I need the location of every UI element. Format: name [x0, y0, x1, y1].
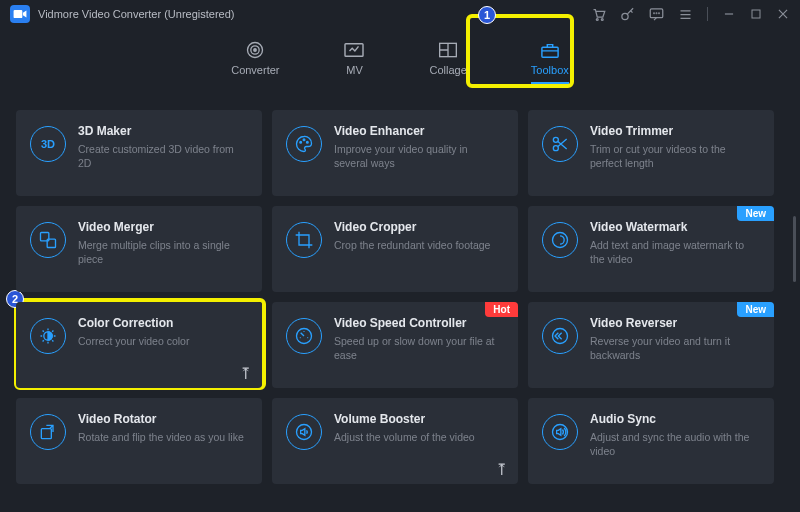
card-video-watermark[interactable]: New Video WatermarkAdd text and image wa…	[528, 206, 774, 292]
card-title: Video Rotator	[78, 412, 244, 426]
tab-mv[interactable]: MV	[335, 36, 373, 88]
menu-icon[interactable]	[678, 7, 693, 22]
card-title: Video Enhancer	[334, 124, 504, 138]
card-video-reverser[interactable]: New Video ReverserReverse your video and…	[528, 302, 774, 388]
new-badge: New	[737, 302, 774, 317]
titlebar: Vidmore Video Converter (Unregistered)	[0, 0, 800, 28]
svg-point-15	[300, 142, 302, 144]
audio-sync-icon	[542, 414, 578, 450]
brightness-icon	[30, 318, 66, 354]
tab-label: Collage	[429, 64, 466, 76]
card-desc: Add text and image watermark to the vide…	[590, 238, 760, 266]
card-title: Video Watermark	[590, 220, 760, 234]
card-video-merger[interactable]: Video MergerMerge multiple clips into a …	[16, 206, 262, 292]
card-video-rotator[interactable]: Video RotatorRotate and flip the video a…	[16, 398, 262, 484]
gauge-icon	[286, 318, 322, 354]
svg-point-19	[553, 146, 558, 151]
scrollbar[interactable]	[793, 216, 796, 282]
card-title: 3D Maker	[78, 124, 248, 138]
card-desc: Merge multiple clips into a single piece	[78, 238, 248, 266]
key-icon[interactable]	[620, 7, 635, 22]
card-title: Volume Booster	[334, 412, 475, 426]
converter-icon	[244, 40, 266, 60]
card-title: Video Trimmer	[590, 124, 760, 138]
tab-label: Toolbox	[531, 64, 569, 76]
collapse-icon: ⤒	[239, 366, 252, 382]
app-logo	[10, 5, 30, 23]
card-desc: Reverse your video and turn it backwards	[590, 334, 760, 362]
svg-point-17	[307, 142, 309, 144]
svg-point-22	[553, 233, 568, 248]
card-3d-maker[interactable]: 3D 3D MakerCreate customized 3D video fr…	[16, 110, 262, 196]
svg-point-2	[601, 18, 603, 20]
toolbox-grid: 3D 3D MakerCreate customized 3D video fr…	[0, 104, 800, 484]
svg-point-3	[622, 13, 628, 19]
card-desc: Trim or cut your videos to the perfect l…	[590, 142, 760, 170]
minimize-button[interactable]	[722, 7, 736, 21]
card-title: Color Correction	[78, 316, 189, 330]
cart-icon[interactable]	[591, 7, 606, 22]
card-volume-booster[interactable]: Volume BoosterAdjust the volume of the v…	[272, 398, 518, 484]
tab-toolbox[interactable]: Toolbox	[523, 36, 577, 88]
svg-point-7	[659, 12, 660, 13]
card-desc: Correct your video color	[78, 334, 189, 348]
card-title: Video Cropper	[334, 220, 490, 234]
main-tabs: Converter MV Collage Toolbox	[0, 28, 800, 104]
tab-collage[interactable]: Collage	[421, 36, 474, 88]
card-desc: Improve your video quality in several wa…	[334, 142, 504, 170]
toolbox-icon	[539, 40, 561, 60]
card-video-enhancer[interactable]: Video EnhancerImprove your video quality…	[272, 110, 518, 196]
svg-point-27	[297, 425, 312, 440]
tab-label: Converter	[231, 64, 279, 76]
card-desc: Rotate and flip the video as you like	[78, 430, 244, 444]
card-video-cropper[interactable]: Video CropperCrop the redundant video fo…	[272, 206, 518, 292]
card-title: Video Speed Controller	[334, 316, 504, 330]
card-desc: Speed up or slow down your file at ease	[334, 334, 504, 362]
card-video-speed[interactable]: Hot Video Speed ControllerSpeed up or sl…	[272, 302, 518, 388]
card-desc: Create customized 3D video from 2D	[78, 142, 248, 170]
merge-icon	[30, 222, 66, 258]
card-color-correction[interactable]: Color CorrectionCorrect your video color…	[16, 302, 262, 388]
divider	[707, 7, 708, 21]
hot-badge: Hot	[485, 302, 518, 317]
palette-icon	[286, 126, 322, 162]
rotate-icon	[30, 414, 66, 450]
3d-icon: 3D	[30, 126, 66, 162]
scissors-icon	[542, 126, 578, 162]
app-title: Vidmore Video Converter (Unregistered)	[38, 8, 234, 20]
tab-converter[interactable]: Converter	[223, 36, 287, 88]
svg-point-6	[656, 12, 657, 13]
svg-point-5	[654, 12, 655, 13]
svg-rect-8	[752, 10, 760, 18]
step-badge-1: 1	[478, 6, 496, 24]
volume-icon	[286, 414, 322, 450]
mv-icon	[343, 40, 365, 60]
feedback-icon[interactable]	[649, 7, 664, 22]
card-title: Video Merger	[78, 220, 248, 234]
svg-point-1	[596, 18, 598, 20]
reverse-icon	[542, 318, 578, 354]
card-desc: Adjust and sync the audio with the video	[590, 430, 760, 458]
card-audio-sync[interactable]: Audio SyncAdjust and sync the audio with…	[528, 398, 774, 484]
svg-rect-14	[542, 47, 558, 57]
card-desc: Crop the redundant video footage	[334, 238, 490, 252]
svg-point-18	[553, 137, 558, 142]
collapse-icon: ⤒	[495, 462, 508, 478]
card-desc: Adjust the volume of the video	[334, 430, 475, 444]
maximize-button[interactable]	[750, 8, 762, 20]
card-title: Video Reverser	[590, 316, 760, 330]
tab-label: MV	[346, 64, 363, 76]
svg-rect-0	[14, 10, 23, 18]
svg-point-11	[254, 49, 257, 52]
watermark-icon	[542, 222, 578, 258]
svg-point-16	[303, 139, 305, 141]
close-button[interactable]	[776, 7, 790, 21]
crop-icon	[286, 222, 322, 258]
collage-icon	[437, 40, 459, 60]
svg-rect-26	[41, 429, 51, 439]
new-badge: New	[737, 206, 774, 221]
card-title: Audio Sync	[590, 412, 760, 426]
card-video-trimmer[interactable]: Video TrimmerTrim or cut your videos to …	[528, 110, 774, 196]
